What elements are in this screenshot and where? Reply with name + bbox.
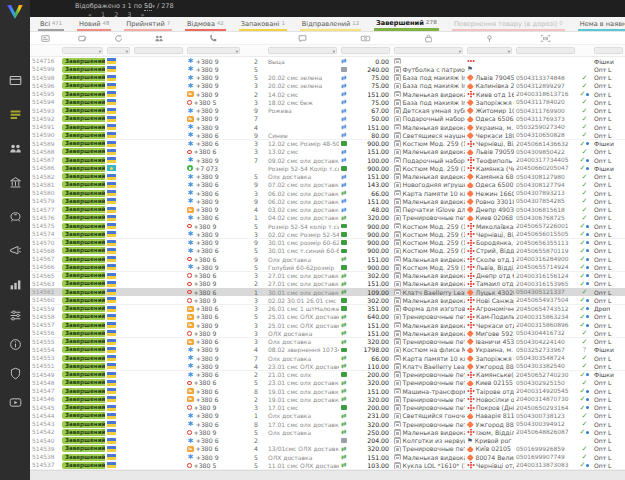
tab-запаковані[interactable]: Запаковані1 [239, 20, 287, 31]
bank-icon[interactable] [0, 165, 30, 199]
table-row[interactable]: 514553Завершений∗+380 97Олх доставка⇄66.… [30, 354, 625, 362]
phone-cell[interactable]: is+380 6 [185, 313, 242, 320]
phone-cell[interactable]: ∗+380 9 [185, 264, 242, 271]
phone-cell[interactable]: +380 6 [185, 256, 242, 263]
filter-status[interactable] [62, 47, 103, 54]
phone-cell[interactable]: +380 6 [185, 148, 242, 155]
phone-cell[interactable]: is+380 6 [185, 396, 242, 403]
phone-cell[interactable]: is+380 6 [185, 445, 242, 452]
table-row[interactable]: 514559Завершенийis+380 6326.01 смс 1 штН… [30, 305, 625, 313]
table-row[interactable]: 514580Завершений∗+380 6306.02 смс олх до… [30, 189, 625, 197]
phone-cell[interactable]: ∗+380 9 [185, 231, 242, 238]
table-row[interactable]: 514540Завершений∗+380 62204.00Колготки и… [30, 437, 625, 445]
table-row[interactable]: 514575Завершений+380 95Розмір 52-54 колі… [30, 222, 625, 230]
phone-cell[interactable]: ∗+380 6 [185, 181, 242, 188]
phone-cell[interactable]: ∗+380 6 [185, 371, 242, 378]
col-status-header[interactable] [60, 32, 105, 45]
table-row[interactable]: 514538Завершений∗+380 95ОЛХ доставка⇄151… [30, 453, 625, 461]
phone-cell[interactable]: is+380 6 [185, 388, 242, 395]
phone-cell[interactable]: +380 9 [185, 223, 242, 230]
phone-cell[interactable]: +380 9 [185, 330, 242, 337]
table-row[interactable]: 514582Завершений∗+380 95Олх доставка⇄151… [30, 173, 625, 181]
wallet-icon[interactable] [0, 199, 30, 233]
video-icon[interactable] [0, 388, 30, 417]
col-source-header[interactable] [105, 32, 132, 45]
phone-cell[interactable]: +380 9 [185, 280, 242, 287]
phone-cell[interactable]: +380 6 [185, 272, 242, 279]
table-row[interactable]: 514544Завершений∗+380 91Олх доставка⇄231… [30, 412, 625, 420]
phone-cell[interactable]: +380 6 [185, 289, 242, 296]
table-row[interactable]: 514554Завершений∗+380 9408.02 звернення … [30, 346, 625, 354]
table-row[interactable]: 514594Завершений+380 5318.02 смс беж⇄75.… [30, 98, 625, 106]
clients-icon[interactable] [0, 131, 30, 165]
phone-cell[interactable]: +380 9 [185, 404, 242, 411]
phone-cell[interactable]: ∗+380 9 [185, 107, 242, 114]
table-row[interactable]: 514593Завершений∗+380 99Рожева⇄67.00Детс… [30, 107, 625, 115]
table-row[interactable]: 514568Завершений∗+380 6530.01 смс т.сини… [30, 247, 625, 255]
table-row[interactable]: 514592Завершенийis+380 97⇄50.00Подарочны… [30, 115, 625, 123]
table-row[interactable]: 514547Завершенийis+380 6819.01 смс олх д… [30, 387, 625, 395]
col-id-header[interactable] [30, 32, 60, 45]
table-row[interactable]: 514539Завершенийis+380 6413/01смс ОЛХ до… [30, 445, 625, 453]
phone-cell[interactable]: is+380 9 [185, 115, 242, 122]
table-row[interactable]: 514556Завершений+380 93ОЛХ доставка⇄151.… [30, 329, 625, 337]
table-row[interactable]: 514537Завершений+380 5511.01 смс ОЛХ дос… [30, 461, 625, 469]
table-row[interactable]: 514581Завершений∗+380 6907.02 смс олх до… [30, 181, 625, 189]
filter-ttn[interactable] [516, 47, 575, 54]
phone-cell[interactable]: ∗+380 6 [185, 132, 242, 139]
table-row[interactable]: 514596Завершений∗+380 9320.02 смс зелена… [30, 82, 625, 90]
tab-новий[interactable]: Новий48 [77, 20, 111, 31]
phone-cell[interactable]: is+380 9 [185, 91, 242, 98]
tab-відправлений[interactable]: Відправлений12 [300, 20, 361, 31]
phone-cell[interactable]: +380 5 [185, 99, 242, 106]
col-ttn-header[interactable] [514, 32, 577, 45]
phone-cell[interactable]: ∗+380 6 [185, 140, 242, 147]
col-client-header[interactable] [132, 32, 185, 45]
phone-cell[interactable]: ∗+380 9 [185, 355, 242, 362]
phone-cell[interactable]: ∗+380 9 [185, 363, 242, 370]
table-row[interactable]: 514589Завершений∗+380 6312.02 смс Розмір… [30, 140, 625, 148]
phone-cell[interactable]: +7 073 [185, 165, 242, 172]
col-comment-header[interactable] [266, 32, 339, 45]
phone-cell[interactable]: ∗+380 6 [185, 421, 242, 428]
table-row[interactable]: 514565Завершений+380 6327.01 смс олх дос… [30, 272, 625, 280]
orders-table[interactable]: 514716Завершений∗+380 92Выца⇄0.00Фішки51… [30, 57, 625, 470]
table-row[interactable]: 514591Завершений∗+380 94⇄151.00Маленькая… [30, 123, 625, 131]
phone-cell[interactable]: +380 6 [185, 379, 242, 386]
table-row[interactable]: 514546Завершенийis+380 6219.01 смс олх д… [30, 395, 625, 403]
table-row[interactable]: 514557Завершенийis+380 9325.01 смс ОЛХ д… [30, 321, 625, 329]
tab-відмова[interactable]: Відмова42 [185, 20, 226, 31]
phone-cell[interactable]: ∗+380 9 [185, 66, 242, 73]
table-row[interactable]: 514560Завершений+380 9302.02 30.01 26.01… [30, 296, 625, 304]
table-row[interactable]: 514588Завершений+380 6313.02 смс⇄151.00М… [30, 148, 625, 156]
table-row[interactable]: 514561Завершений+380 6130.01 смс олх дос… [30, 288, 625, 296]
filter-payment[interactable] [341, 47, 390, 54]
phone-cell[interactable]: is+380 6 [185, 338, 242, 345]
filter-client[interactable] [134, 47, 183, 54]
phone-cell[interactable]: ∗+380 9 [185, 58, 242, 65]
table-row[interactable]: 514542Завершений+380 95Олх доставка⇄250.… [30, 428, 625, 436]
shield-icon[interactable] [0, 359, 30, 388]
app-logo-icon[interactable] [5, 4, 25, 21]
tab-всі[interactable]: Всі471 [38, 20, 64, 31]
phone-cell[interactable]: is+380 9 [185, 322, 242, 329]
phone-cell[interactable]: is+380 6 [185, 305, 242, 312]
tab-завершений[interactable]: Завершений278 [374, 19, 439, 31]
phone-cell[interactable]: ∗+380 9 [185, 346, 242, 353]
filter-delivery[interactable] [467, 47, 512, 54]
col-payment-header[interactable] [339, 32, 392, 45]
orders-list-icon[interactable] [0, 97, 30, 131]
table-row[interactable]: 514570Завершений∗+380 9930.01 смс розмір… [30, 239, 625, 247]
table-row[interactable]: 514576Завершений∗+380 6104.02 смс олх до… [30, 214, 625, 222]
phone-cell[interactable]: ∗+380 9 [185, 412, 242, 419]
table-row[interactable]: 514548Завершений+380 6523.01 смс олх дос… [30, 379, 625, 387]
integrations-icon[interactable] [0, 301, 30, 330]
phone-cell[interactable]: +380 9 [185, 297, 242, 304]
col-product-header[interactable] [392, 32, 465, 45]
table-row[interactable]: 514595Завершенийis+380 9214.02 смс⇄151.0… [30, 90, 625, 98]
table-row[interactable]: 514549Завершений∗+380 6221.01 смс олх200… [30, 371, 625, 379]
stats-icon[interactable] [0, 267, 30, 301]
table-row[interactable]: 514587Завершений∗+380 9709.02 смс олх до… [30, 156, 625, 164]
phone-cell[interactable]: ∗+380 6 [185, 214, 242, 221]
table-row[interactable]: 514586Завершений+7 073Розмір 52-54 Колір… [30, 164, 625, 172]
